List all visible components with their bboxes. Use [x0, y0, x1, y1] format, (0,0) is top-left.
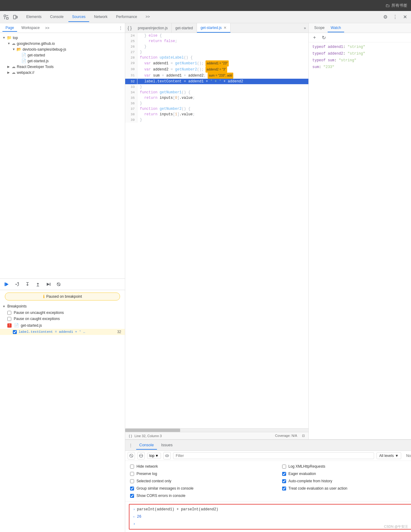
step-over-btn[interactable] — [13, 281, 21, 288]
step-out-btn[interactable] — [34, 281, 42, 288]
option-selected-context[interactable]: Selected context only — [130, 478, 277, 484]
format-icon[interactable]: { } — [129, 434, 132, 438]
settings-icon[interactable]: ⚙ — [382, 13, 389, 21]
tab-elements[interactable]: Elements — [23, 12, 45, 22]
file-tab-get-started[interactable]: get-started — [172, 23, 197, 33]
code-line-25: 25 return false; — [125, 38, 308, 44]
console-line-prompt[interactable]: › — [129, 520, 411, 528]
tab-more[interactable]: >> — [142, 12, 154, 22]
code-line-36: 36 } — [125, 101, 308, 106]
close-devtools-icon[interactable]: ✕ — [401, 13, 409, 21]
option-autocomplete[interactable]: Auto-complete from history — [282, 478, 411, 484]
tree-item-webpack[interactable]: ▶ ☁ webpack:// — [0, 70, 125, 75]
tree-item-debugjs[interactable]: ▼ 📂 devtools-samples/debug-js — [0, 46, 125, 52]
watch-sep-1: : — [343, 52, 347, 56]
tree-item-github[interactable]: ▼ ☁ googlechrome.github.io — [0, 41, 125, 46]
option-eager-eval[interactable]: Eager evaluation — [282, 471, 411, 477]
more-menu-icon[interactable]: ⋮ — [391, 13, 399, 21]
breakpoint-file-row[interactable]: ! 📄 get-started.js — [0, 322, 125, 329]
option-autocomplete-cb[interactable] — [282, 479, 286, 483]
folder-icon-top: 📁 — [7, 35, 12, 40]
tab-console[interactable]: Console — [46, 12, 67, 22]
option-eager-eval-cb[interactable] — [282, 472, 286, 476]
console-clear-btn[interactable] — [128, 452, 135, 459]
file-tab-get-started-js[interactable]: get-started.js ✕ — [197, 23, 231, 33]
file-tab-gs-label: get-started — [175, 26, 193, 30]
option-treat-eval[interactable]: Treat code evaluation as user action — [282, 485, 411, 491]
resume-btn[interactable] — [3, 281, 10, 288]
code-editor[interactable]: 24 } else { 25 return false; 26 } — [125, 33, 308, 428]
pause-caught-checkbox[interactable] — [7, 317, 11, 321]
console-tab-console[interactable]: Console — [136, 441, 157, 450]
tree-item-get-started[interactable]: 📄 get-started — [0, 52, 125, 58]
tree-label-debugjs: devtools-samples/debug-js — [23, 47, 66, 52]
option-group-similar[interactable]: Group similar messages in console — [130, 485, 277, 491]
coverage-icon[interactable]: ⊡ — [302, 434, 305, 438]
file-tab-close-icon[interactable]: ✕ — [224, 26, 227, 30]
console-block-btn[interactable] — [137, 452, 145, 459]
option-cors-errors-cb[interactable] — [130, 494, 134, 498]
console-eye-btn[interactable] — [163, 452, 171, 459]
file-tab-format-icon[interactable]: { } — [125, 26, 134, 31]
tree-item-top[interactable]: ▼ 📁 top — [0, 35, 125, 41]
watch-entry-2: typeof sum: "string" — [311, 57, 411, 64]
ws-tab-watch[interactable]: Watch — [328, 24, 344, 32]
folder-icon: 🗀 — [385, 3, 390, 8]
option-preserve-log[interactable]: Preserve log — [130, 471, 277, 477]
watch-refresh-btn[interactable]: ↻ — [320, 34, 327, 41]
step-btn[interactable] — [45, 281, 52, 288]
console-top-arrow: ▼ — [155, 454, 159, 458]
ws-tab-scope[interactable]: Scope — [311, 24, 328, 32]
console-levels-btn[interactable]: All levels ▼ — [376, 452, 401, 459]
pause-uncaught-checkbox[interactable] — [7, 311, 11, 315]
option-hide-network[interactable]: Hide network — [130, 463, 277, 469]
file-tabs-more[interactable]: » — [301, 26, 308, 30]
console-tab-issues[interactable]: Issues — [158, 441, 176, 450]
line-content-27: } — [137, 49, 308, 55]
device-icon[interactable] — [12, 13, 19, 21]
breakpoint-line-row[interactable]: label.textContent = addend1 + ' … 32 — [0, 329, 125, 335]
option-hide-network-cb[interactable] — [130, 465, 134, 469]
tab-bar-right: ⚙ ⋮ ✕ — [382, 13, 411, 21]
subtab-page[interactable]: Page — [2, 24, 17, 32]
code-line-37: 37 function getNumber2() { — [125, 106, 308, 112]
tree-label-top: top — [13, 36, 18, 40]
subtab-workspace[interactable]: Workspace — [18, 24, 43, 32]
tree-item-react[interactable]: ▶ ☁ React Developer Tools — [0, 64, 125, 70]
line-num-33: 33 — [125, 84, 137, 90]
code-hscroll[interactable] — [125, 428, 308, 432]
tab-network[interactable]: Network — [90, 12, 111, 22]
tree-item-get-started-js[interactable]: 📄 get-started.js — [0, 58, 125, 64]
watch-sep-2: : — [334, 58, 339, 63]
line-num-39: 39 — [125, 117, 137, 123]
bp-line-checkbox[interactable] — [13, 330, 17, 334]
console-top-text: top — [149, 454, 155, 458]
tab-performance[interactable]: Performance — [112, 12, 141, 22]
console-dots-icon[interactable]: ⋮ — [129, 443, 133, 448]
step-into-btn[interactable] — [24, 281, 31, 288]
pause-caught-row[interactable]: Pause on caught exceptions — [0, 316, 125, 322]
breakpoints-section-header[interactable]: ▼ Breakpoints — [0, 303, 125, 310]
option-preserve-log-label: Preserve log — [136, 472, 157, 476]
folder-icon-debugjs: 📂 — [16, 47, 21, 52]
option-log-xhr-cb[interactable] — [282, 465, 286, 469]
watch-add-btn[interactable]: + — [311, 34, 318, 41]
svg-rect-0 — [4, 15, 6, 17]
pause-uncaught-row[interactable]: Pause on uncaught exceptions — [0, 310, 125, 316]
console-filter-input[interactable] — [173, 452, 374, 459]
option-selected-context-cb[interactable] — [130, 479, 134, 483]
inspect-icon[interactable] — [2, 13, 10, 21]
code-line-27: 27 } — [125, 49, 308, 55]
file-tab-prepare[interactable]: prepareInjection.js — [134, 23, 172, 33]
subtab-options-icon[interactable]: ⋮ — [119, 26, 122, 30]
option-treat-eval-cb[interactable] — [282, 487, 286, 491]
option-preserve-log-cb[interactable] — [130, 472, 134, 476]
option-log-xhr[interactable]: Log XMLHttpRequests — [282, 463, 411, 469]
tab-sources[interactable]: Sources — [68, 12, 89, 22]
option-group-similar-cb[interactable] — [130, 487, 134, 491]
line-content-29: var addend1 = getNumber1();addend1 = "23… — [137, 60, 308, 66]
console-context-selector[interactable]: top ▼ — [147, 453, 161, 459]
deactivate-btn[interactable] — [55, 281, 62, 288]
option-cors-errors[interactable]: Show CORS errors in console — [130, 493, 277, 499]
subtab-more[interactable]: >> — [45, 26, 49, 30]
